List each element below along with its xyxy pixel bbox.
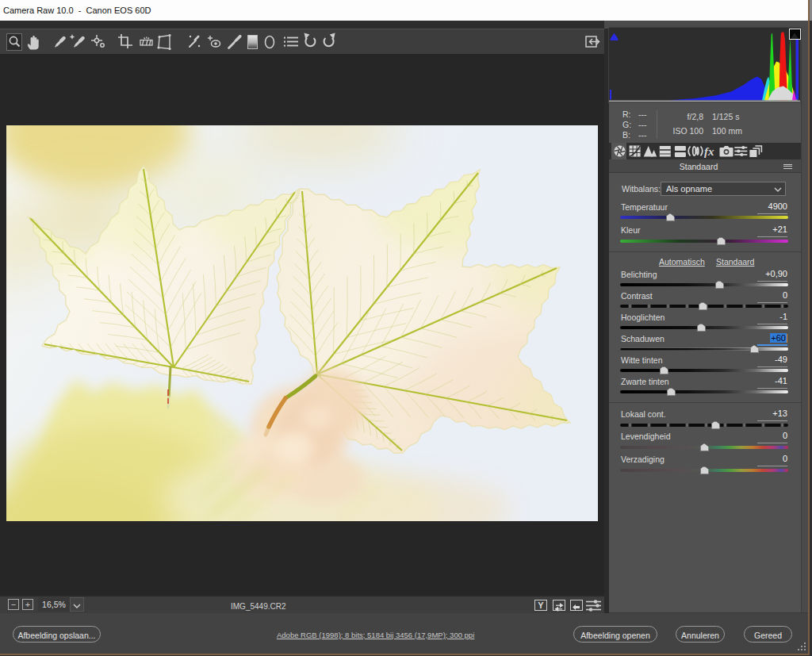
svg-text:fx: fx	[704, 145, 714, 158]
